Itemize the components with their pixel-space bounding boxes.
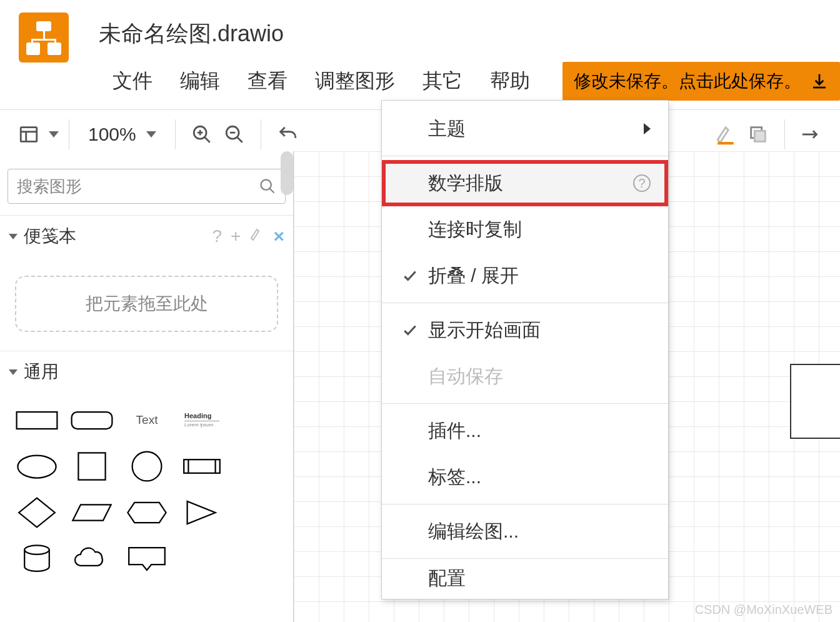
close-icon[interactable]: × (273, 226, 284, 247)
unsaved-notice[interactable]: 修改未保存。点击此处保存。 (562, 62, 840, 101)
svg-marker-26 (128, 503, 166, 523)
menu-extras[interactable]: 其它 (409, 65, 476, 98)
search-icon (259, 178, 276, 195)
shape-callout[interactable] (121, 538, 172, 580)
svg-rect-19 (78, 453, 105, 479)
extras-dropdown: 主题 数学排版 ? 连接时复制 折叠 / 展开 显示开始画面 自动保存 插件..… (381, 100, 669, 599)
zoom-out-button[interactable] (218, 118, 251, 151)
svg-line-8 (237, 137, 242, 143)
menu-theme[interactable]: 主题 (382, 106, 668, 152)
svg-marker-25 (72, 504, 111, 520)
menu-edit-diagram[interactable]: 编辑绘图... (382, 508, 668, 554)
svg-rect-12 (754, 131, 765, 141)
svg-marker-24 (19, 498, 55, 528)
shape-triangle[interactable] (176, 491, 228, 534)
general-title: 通用 (24, 360, 284, 384)
shape-palette: Text HeadingLorem ipsum (0, 393, 293, 586)
submenu-arrow-icon (644, 123, 651, 134)
svg-rect-17 (72, 412, 112, 429)
shape-search-input[interactable] (17, 177, 259, 196)
shape-hexagon[interactable] (121, 491, 172, 534)
menu-file[interactable]: 文件 (99, 65, 166, 98)
menu-collapse-expand[interactable]: 折叠 / 展开 (382, 253, 668, 299)
menu-show-start-screen[interactable]: 显示开始画面 (382, 307, 668, 353)
edit-icon[interactable] (249, 226, 264, 246)
document-title[interactable]: 未命名绘图.drawio (99, 13, 840, 62)
shape-cloud[interactable] (66, 538, 118, 580)
sidebar-toggle-button[interactable] (12, 118, 45, 151)
watermark: CSDN @MoXinXueWEB (695, 603, 832, 617)
svg-point-28 (24, 545, 49, 554)
connection-button[interactable] (795, 118, 828, 151)
menu-plugins[interactable]: 插件... (382, 408, 668, 454)
svg-rect-21 (184, 459, 220, 473)
svg-point-14 (261, 180, 271, 190)
menu-view[interactable]: 查看 (234, 65, 301, 98)
canvas-rectangle[interactable] (790, 364, 840, 439)
shape-square[interactable] (66, 445, 118, 488)
zoom-in-button[interactable] (186, 118, 218, 151)
sidebar-toggle-caret-icon[interactable] (49, 131, 59, 138)
svg-point-18 (18, 455, 56, 478)
menu-autosave: 自动保存 (382, 353, 668, 399)
shape-rectangle[interactable] (11, 399, 62, 441)
download-icon (810, 72, 829, 91)
zoom-caret-icon (146, 131, 156, 138)
menubar: 文件 编辑 查看 调整图形 其它 帮助 修改未保存。点击此处保存。 (99, 62, 840, 101)
menu-math-typesetting[interactable]: 数学排版 ? (382, 160, 668, 206)
svg-line-15 (270, 189, 274, 193)
shape-text[interactable]: Text (121, 399, 172, 441)
zoom-value: 100% (88, 124, 136, 145)
shape-process[interactable] (176, 445, 228, 488)
shape-diamond[interactable] (11, 491, 62, 534)
scratchpad-dropzone[interactable]: 把元素拖至此处 (15, 276, 278, 332)
svg-point-20 (132, 452, 162, 481)
checkmark-icon (394, 322, 426, 338)
svg-rect-16 (17, 412, 58, 429)
scratchpad-header[interactable]: 便笺本 ? + × (0, 215, 293, 257)
shadow-button[interactable] (742, 118, 774, 151)
app-logo-icon (19, 13, 69, 63)
zoom-select[interactable]: 100% (79, 124, 165, 145)
shape-parallelogram[interactable] (66, 491, 118, 534)
menu-help[interactable]: 帮助 (476, 65, 544, 98)
shape-heading[interactable]: HeadingLorem ipsum (176, 399, 228, 441)
svg-marker-27 (188, 501, 216, 524)
shape-rounded-rectangle[interactable] (66, 399, 118, 441)
shape-search[interactable] (8, 169, 286, 204)
menu-config[interactable]: 配置 (382, 563, 668, 594)
general-header[interactable]: 通用 (0, 351, 293, 393)
svg-rect-0 (21, 128, 37, 142)
menu-copy-on-connect[interactable]: 连接时复制 (382, 206, 668, 253)
shape-ellipse[interactable] (11, 445, 62, 488)
add-icon[interactable]: + (231, 226, 241, 246)
app-header: 未命名绘图.drawio 文件 编辑 查看 调整图形 其它 帮助 修改未保存。点… (0, 0, 840, 101)
scrollbar[interactable] (281, 151, 293, 195)
shape-cylinder[interactable] (11, 538, 62, 580)
fill-color-button[interactable] (709, 118, 742, 151)
shape-circle[interactable] (121, 445, 172, 488)
svg-line-4 (204, 137, 210, 143)
menu-edit[interactable]: 编辑 (166, 65, 234, 98)
help-icon[interactable]: ? (212, 226, 222, 246)
unsaved-notice-text: 修改未保存。点击此处保存。 (574, 69, 801, 93)
scratchpad-title: 便笺本 (24, 224, 204, 248)
chevron-down-icon (9, 369, 18, 375)
menu-tags[interactable]: 标签... (382, 454, 668, 500)
chevron-down-icon (9, 234, 18, 239)
menu-arrange[interactable]: 调整图形 (301, 65, 409, 98)
help-icon[interactable]: ? (633, 174, 651, 192)
undo-button[interactable] (271, 118, 304, 151)
checkmark-icon (394, 268, 426, 284)
shapes-sidebar: 便笺本 ? + × 把元素拖至此处 通用 Text HeadingLorem i… (0, 151, 294, 622)
